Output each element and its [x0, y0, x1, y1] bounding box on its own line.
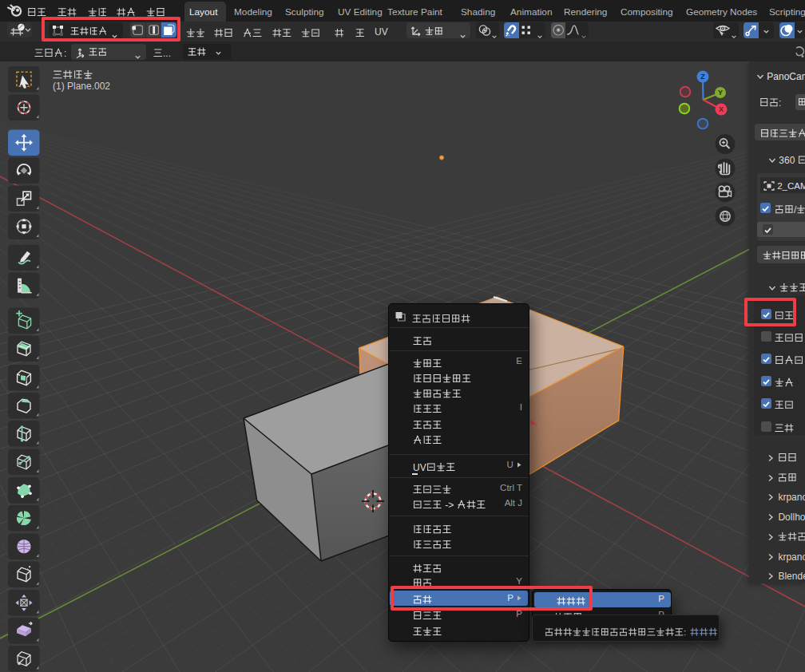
svg-text:Y: Y [718, 89, 723, 97]
svg-text:Z: Z [700, 73, 705, 81]
svg-text:X: X [719, 105, 724, 113]
